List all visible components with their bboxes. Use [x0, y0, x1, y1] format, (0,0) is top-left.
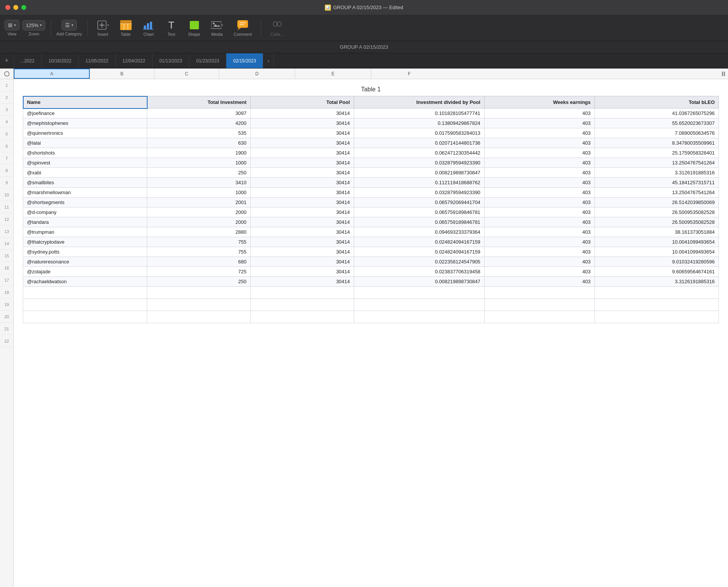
cell-total-investment[interactable]: 2000	[147, 217, 251, 227]
header-name[interactable]: Name	[23, 96, 147, 108]
cell-total-bleo[interactable]: 41.0367265075296	[594, 108, 718, 118]
cell-total-investment[interactable]: 630	[147, 138, 251, 148]
cell-name[interactable]: @thatcryptodave	[23, 237, 147, 247]
cell-total-investment[interactable]: 250	[147, 168, 251, 178]
cell-total-investment[interactable]: 1000	[147, 188, 251, 198]
table-row[interactable]: @xabi250304140.0082198987308474033.31261…	[23, 168, 719, 178]
header-total-bleo[interactable]: Total bLEO	[594, 96, 718, 108]
cell-weeks-earnings[interactable]: 403	[484, 118, 594, 128]
cell-inv-by-pool[interactable]: 0.017590583284013	[354, 128, 484, 138]
cell-weeks-earnings[interactable]: 403	[484, 227, 594, 237]
cell-inv-by-pool[interactable]: 0.094693233379364	[354, 227, 484, 237]
cell-total-pool[interactable]: 30414	[250, 277, 354, 287]
cell-total-bleo[interactable]: 3.3126191885316	[594, 168, 718, 178]
add-category-btn-inner[interactable]: ☰ ▾	[62, 20, 77, 30]
cell-total-bleo[interactable]: 10.0041099493654	[594, 237, 718, 247]
cell-total-pool[interactable]: 30414	[250, 198, 354, 207]
header-total-pool[interactable]: Total Pool	[250, 96, 354, 108]
cell-total-pool[interactable]: 30414	[250, 118, 354, 128]
add-category-button[interactable]: ☰ ▾ Add Category	[56, 20, 82, 36]
cell-name[interactable]: @smallbites	[23, 178, 147, 188]
cell-name[interactable]: @lalai	[23, 138, 147, 148]
cell-total-pool[interactable]: 30414	[250, 267, 354, 277]
cell-name[interactable]: @shortsegments	[23, 198, 147, 207]
cell-name[interactable]: @marshmellowman	[23, 188, 147, 198]
insert-button[interactable]: ▾ Insert	[93, 18, 113, 38]
cell-weeks-earnings[interactable]: 403	[484, 277, 594, 287]
freeze-handle[interactable]	[447, 69, 728, 79]
cell-total-bleo[interactable]: 38.161373051884	[594, 227, 718, 237]
cell-name[interactable]: @d-company	[23, 207, 147, 217]
cell-inv-by-pool[interactable]: 0.008219898730847	[354, 277, 484, 287]
cell-name[interactable]: @tandara	[23, 217, 147, 227]
cell-inv-by-pool[interactable]: 0.008219898730847	[354, 168, 484, 178]
cell-total-investment[interactable]: 250	[147, 277, 251, 287]
cell-total-investment[interactable]: 3097	[147, 108, 251, 118]
cell-total-bleo[interactable]: 10.0041099493654	[594, 247, 718, 257]
cell-total-bleo[interactable]: 25.1759058328401	[594, 148, 718, 158]
col-header-d[interactable]: D	[219, 69, 295, 79]
cell-total-bleo[interactable]: 26.5009535082528	[594, 207, 718, 217]
select-all-circle[interactable]	[4, 71, 10, 77]
header-inv-by-pool[interactable]: Investment divided by Pool	[354, 96, 484, 108]
table-row[interactable]: @shortshots1900304140.062471230354442403…	[23, 148, 719, 158]
cell-weeks-earnings[interactable]: 403	[484, 237, 594, 247]
cell-weeks-earnings[interactable]: 403	[484, 247, 594, 257]
cell-total-bleo[interactable]: 26.5009535082528	[594, 217, 718, 227]
fullscreen-button[interactable]	[21, 5, 26, 10]
cell-inv-by-pool[interactable]: 0.112119418688762	[354, 178, 484, 188]
sheet-tab-0[interactable]: ...2022	[14, 53, 42, 68]
cell-total-bleo[interactable]: 8.34780035509961	[594, 138, 718, 148]
cell-name[interactable]: @shortshots	[23, 148, 147, 158]
table-row[interactable]: @d-company2000304140.0657591898467814032…	[23, 207, 719, 217]
cell-weeks-earnings[interactable]: 403	[484, 148, 594, 158]
cell-total-investment[interactable]: 2000	[147, 207, 251, 217]
table-row[interactable]: @smallbites3410304140.112119418688762403…	[23, 178, 719, 188]
table-row[interactable]: @sydney.potts755304140.02482409416715940…	[23, 247, 719, 257]
cell-inv-by-pool[interactable]: 0.024824094167159	[354, 237, 484, 247]
cell-inv-by-pool[interactable]: 0.022358124547905	[354, 257, 484, 267]
table-row[interactable]: @joefinance3097304140.101828105477741403…	[23, 108, 719, 118]
sheet-tab-4[interactable]: 01/13/2023	[153, 53, 189, 68]
table-row[interactable]: @shortsegments2001304140.065792069441704…	[23, 198, 719, 207]
view-button[interactable]: ⊞ ▾ View	[5, 20, 19, 36]
cell-total-pool[interactable]: 30414	[250, 247, 354, 257]
cell-total-pool[interactable]: 30414	[250, 207, 354, 217]
sheet-tab-3[interactable]: 12/04/2022	[116, 53, 153, 68]
col-header-b[interactable]: B	[90, 69, 154, 79]
cell-name[interactable]: @joefinance	[23, 108, 147, 118]
chart-button[interactable]: Chart	[139, 18, 159, 38]
cell-total-bleo[interactable]: 13.2504767541264	[594, 158, 718, 168]
col-header-c[interactable]: C	[154, 69, 219, 79]
cell-total-pool[interactable]: 30414	[250, 188, 354, 198]
cell-weeks-earnings[interactable]: 403	[484, 217, 594, 227]
cell-inv-by-pool[interactable]: 0.032879594923390	[354, 188, 484, 198]
table-row[interactable]: @trumpman2880304140.09469323337936440338…	[23, 227, 719, 237]
sheet-tab-2[interactable]: 11/05/2022	[79, 53, 116, 68]
cell-name[interactable]: @sydney.potts	[23, 247, 147, 257]
cell-weeks-earnings[interactable]: 403	[484, 257, 594, 267]
cell-name[interactable]: @zolajade	[23, 267, 147, 277]
sheet-tab-next-chevron[interactable]: ›	[263, 53, 274, 68]
add-sheet-button[interactable]: +	[0, 53, 14, 68]
cell-inv-by-pool[interactable]: 0.065792069441704	[354, 198, 484, 207]
cell-total-pool[interactable]: 30414	[250, 108, 354, 118]
cell-inv-by-pool[interactable]: 0.101828105477741	[354, 108, 484, 118]
table-row[interactable]: @zolajade725304140.0238377063194584039.6…	[23, 267, 719, 277]
cell-inv-by-pool[interactable]: 0.065759189846781	[354, 207, 484, 217]
cell-inv-by-pool[interactable]: 0.032879594923390	[354, 158, 484, 168]
cell-total-pool[interactable]: 30414	[250, 217, 354, 227]
cell-name[interactable]: @quinnertronics	[23, 128, 147, 138]
cell-weeks-earnings[interactable]: 403	[484, 188, 594, 198]
cell-weeks-earnings[interactable]: 403	[484, 168, 594, 178]
view-btn-inner[interactable]: ⊞ ▾	[5, 20, 19, 30]
cell-total-investment[interactable]: 2001	[147, 198, 251, 207]
table-row[interactable]: @natureresonance680304140.02235812454790…	[23, 257, 719, 267]
cell-total-investment[interactable]: 4200	[147, 118, 251, 128]
cell-weeks-earnings[interactable]: 403	[484, 207, 594, 217]
cell-total-pool[interactable]: 30414	[250, 158, 354, 168]
cell-total-investment[interactable]: 535	[147, 128, 251, 138]
table-row[interactable]: @lalai630304140.0207141448017364038.3478…	[23, 138, 719, 148]
sheet-tab-5[interactable]: 01/23/2023	[189, 53, 226, 68]
shape-button[interactable]: Shape	[184, 18, 204, 38]
